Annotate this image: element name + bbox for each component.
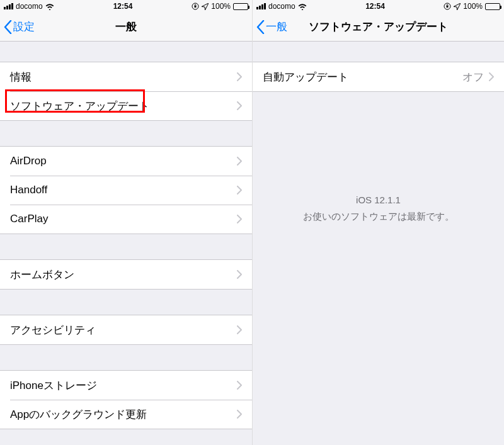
row-iphone-storage[interactable]: iPhoneストレージ: [0, 371, 252, 400]
battery-pct: 100%: [211, 2, 231, 11]
list-group-3: ホームボタン: [0, 259, 252, 290]
wifi-icon: [45, 3, 54, 10]
list-group-auto-update: 自動アップデート オフ: [253, 62, 504, 92]
row-airdrop[interactable]: AirDrop: [0, 147, 252, 176]
row-software-update[interactable]: ソフトウェア・アップデート: [0, 91, 252, 120]
chevron-right-icon: [237, 215, 242, 223]
svg-rect-3: [447, 6, 449, 8]
up-to-date-text: お使いのソフトウェアは最新です。: [303, 211, 454, 222]
phone-screen-software-update: docomo 12:54 100% 一般 ソフトウェア・アップデート: [252, 0, 504, 445]
location-icon: [454, 3, 461, 10]
chevron-right-icon: [237, 410, 242, 419]
list-group-1: 情報 ソフトウェア・アップデート: [0, 62, 252, 121]
row-handoff[interactable]: Handoff: [0, 176, 252, 205]
content-area[interactable]: 自動アップデート オフ iOS 12.1.1 お使いのソフトウェアは最新です。: [253, 42, 504, 445]
back-button[interactable]: 設定: [0, 20, 35, 34]
ios-version: iOS 12.1.1: [265, 193, 491, 208]
svg-rect-1: [195, 6, 197, 8]
clock: 12:54: [365, 2, 385, 11]
update-status-message: iOS 12.1.1 お使いのソフトウェアは最新です。: [253, 193, 504, 224]
chevron-right-icon: [237, 186, 242, 194]
page-title: ソフトウェア・アップデート: [253, 20, 504, 34]
wifi-icon: [298, 3, 307, 10]
row-carplay[interactable]: CarPlay: [0, 205, 252, 234]
chevron-right-icon: [237, 270, 242, 279]
row-accessibility[interactable]: アクセシビリティ: [0, 315, 252, 344]
carrier-label: docomo: [16, 2, 43, 11]
chevron-right-icon: [237, 101, 242, 110]
carrier-label: docomo: [268, 2, 295, 11]
signal-icon: [4, 3, 13, 9]
orientation-lock-icon: [444, 3, 451, 10]
phone-screen-general: docomo 12:54 100% 設定 一般 情報: [0, 0, 252, 445]
battery-pct: 100%: [463, 2, 483, 11]
list-group-4: アクセシビリティ: [0, 315, 252, 345]
status-bar: docomo 12:54 100%: [253, 0, 504, 13]
list-group-2: AirDrop Handoff CarPlay: [0, 146, 252, 234]
signal-icon: [256, 3, 266, 9]
chevron-right-icon: [237, 72, 242, 81]
chevron-left-icon: [256, 20, 265, 34]
battery-icon: [485, 3, 500, 10]
row-about[interactable]: 情報: [0, 62, 252, 91]
location-icon: [202, 3, 209, 10]
nav-bar: 一般 ソフトウェア・アップデート: [253, 13, 504, 42]
list-group-5: iPhoneストレージ Appのバックグラウンド更新: [0, 370, 252, 429]
chevron-left-icon: [4, 20, 12, 34]
nav-bar: 設定 一般: [0, 13, 252, 42]
back-label: 一般: [266, 20, 287, 34]
chevron-right-icon: [237, 157, 242, 166]
orientation-lock-icon: [192, 3, 199, 10]
back-label: 設定: [13, 20, 35, 34]
status-bar: docomo 12:54 100%: [0, 0, 252, 13]
clock: 12:54: [113, 2, 133, 11]
back-button[interactable]: 一般: [253, 20, 287, 34]
chevron-right-icon: [489, 72, 494, 81]
row-background-refresh[interactable]: Appのバックグラウンド更新: [0, 400, 252, 429]
content-area[interactable]: 情報 ソフトウェア・アップデート AirDrop Handoff CarPlay: [0, 42, 252, 445]
chevron-right-icon: [237, 381, 242, 390]
battery-icon: [233, 3, 248, 10]
auto-update-value: オフ: [462, 70, 484, 84]
row-home-button[interactable]: ホームボタン: [0, 260, 252, 289]
row-auto-update[interactable]: 自動アップデート オフ: [253, 62, 504, 91]
chevron-right-icon: [237, 325, 242, 334]
page-title: 一般: [0, 20, 252, 34]
